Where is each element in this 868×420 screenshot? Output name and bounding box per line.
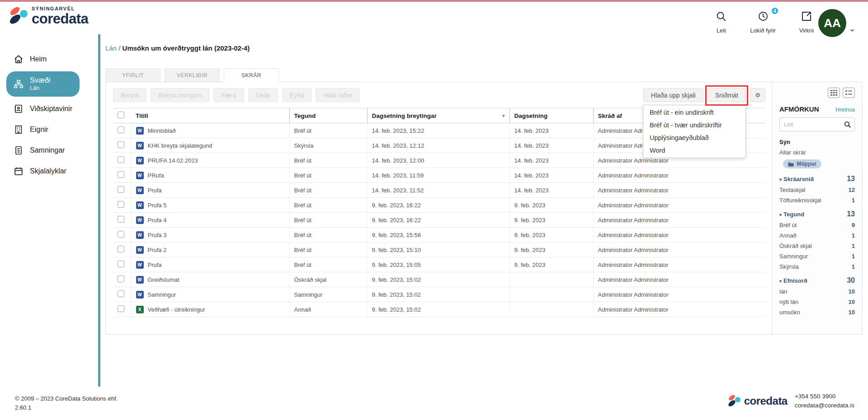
collapse-icon: ▾	[779, 212, 782, 217]
tab-yfirlit[interactable]: YFIRLIT	[105, 68, 160, 82]
sort-desc-icon[interactable]: ▾	[502, 113, 505, 119]
toolbar-button-deila[interactable]: Deila	[248, 88, 278, 102]
filter-item-bréf-út[interactable]: Bréf út9	[779, 222, 855, 229]
header-action-leit[interactable]: Leit	[716, 11, 726, 34]
filter-item-umsókn[interactable]: umsókn10	[779, 309, 855, 316]
folders-chip[interactable]: Möppur	[783, 159, 821, 168]
select-all-checkbox[interactable]	[118, 112, 124, 118]
list-view-icon[interactable]	[843, 88, 855, 98]
avatar[interactable]: AA	[818, 9, 846, 37]
menu-item[interactable]: Upplýsingaeyðublað	[643, 131, 745, 144]
app-window: SÝNINGARVÉL coredata Leit4Lokið fyrirVir…	[0, 0, 868, 420]
toolbar-button-breyta-mörgum[interactable]: Breyta mörgum	[151, 88, 209, 102]
table-row[interactable]: WPRufaBréf út14. feb. 2023, 11:5914. feb…	[113, 168, 765, 183]
file-date: 14. feb. 2023	[509, 123, 593, 138]
sidebar-item-eignir[interactable]: Eignir	[0, 119, 98, 140]
version-text: 2.60.1	[15, 403, 118, 412]
tab-skrár[interactable]: SKRÁR	[224, 68, 279, 82]
file-modified: 9. feb. 2023, 15:56	[367, 228, 509, 243]
menu-item[interactable]: Bréf út - tvær undirskriftir	[643, 119, 745, 131]
filter-item-textaskjal[interactable]: Textaskjal12	[779, 187, 855, 193]
file-type: Bréf út	[289, 257, 367, 272]
menu-item[interactable]: Bréf út - ein undirskrift	[643, 106, 745, 119]
column-header-date[interactable]: Dagsetning	[509, 108, 593, 123]
word-file-icon: W	[136, 216, 144, 224]
sidebar-item-heim[interactable]: Heim	[0, 49, 98, 70]
row-checkbox[interactable]	[118, 141, 124, 148]
header-action-virkni[interactable]: Virkni	[799, 11, 814, 34]
toolbar-button-færa[interactable]: Færa	[213, 88, 244, 102]
filter-item-annað[interactable]: Annað1	[779, 232, 855, 239]
row-checkbox[interactable]	[118, 171, 124, 178]
filter-section-tegund[interactable]: ▾Tegund13	[779, 210, 855, 218]
file-type: Bréf út	[289, 228, 367, 243]
files-area: BreytaBreyta mörgumFæraDeilaEyðaHala nið…	[106, 82, 772, 334]
sidebar-item-svæði[interactable]: SvæðiLán	[6, 71, 80, 97]
table-row[interactable]: WPrufa 3Bréf út9. feb. 2023, 15:569. feb…	[113, 228, 765, 243]
user-menu[interactable]: AA	[818, 9, 855, 37]
sidebar-item-skjalalyklar[interactable]: Skjalalyklar	[0, 161, 98, 182]
filter-section-skráarsnið[interactable]: ▾Skráarsnið13	[779, 175, 855, 183]
table-row[interactable]: WPrufa 5Bréf út9. feb. 2023, 16:229. feb…	[113, 198, 765, 213]
filter-item-lán[interactable]: lán10	[779, 288, 855, 295]
toolbar-button-eyða[interactable]: Eyða	[282, 88, 312, 102]
sidebar-divider	[98, 34, 100, 387]
column-header-type[interactable]: Tegund	[289, 108, 367, 123]
row-checkbox[interactable]	[118, 290, 124, 297]
grid-view-icon[interactable]	[828, 88, 840, 98]
sidebar-item-samningar[interactable]: Samningar	[0, 140, 98, 161]
table-row[interactable]: WGreiðslumatÓskráð skjal9. feb. 2023, 15…	[113, 272, 765, 287]
file-title: Prufa 4	[148, 217, 167, 224]
filter-item-skýrsla[interactable]: Skýrsla1	[779, 263, 855, 270]
toolbar-button-hala-niður[interactable]: Hala niður	[316, 88, 360, 102]
row-checkbox[interactable]	[118, 216, 124, 223]
breadcrumb-parent-link[interactable]: Lán	[105, 44, 117, 52]
file-modified: 14. feb. 2023, 15:22	[367, 123, 509, 138]
row-checkbox[interactable]	[118, 246, 124, 252]
file-title: Prufa	[148, 261, 162, 268]
app-logo[interactable]: SÝNINGARVÉL coredata	[9, 5, 88, 26]
table-row[interactable]: WPrufaBréf út14. feb. 2023, 11:5214. feb…	[113, 183, 765, 198]
filter-item-samningur[interactable]: Samningur1	[779, 253, 855, 260]
row-checkbox[interactable]	[118, 201, 124, 208]
row-checkbox[interactable]	[118, 305, 124, 312]
file-type: Óskráð skjal	[289, 272, 367, 287]
footer-brand: coredata +354 550 3900 coredata@coredata…	[728, 392, 854, 410]
clear-filters-link[interactable]: Hreinsa	[835, 107, 855, 113]
table-row[interactable]: WPrufaBréf út9. feb. 2023, 15:059. feb. …	[113, 257, 765, 272]
file-date: 14. feb. 2023	[509, 183, 593, 198]
column-header-modified[interactable]: Dagsetning breytingar▾	[367, 108, 509, 123]
tab-verkliðir[interactable]: VERKLIÐIR	[165, 68, 220, 82]
home-icon	[14, 54, 24, 64]
menu-item[interactable]: Word	[643, 144, 745, 157]
row-checkbox[interactable]	[118, 186, 124, 193]
table-row[interactable]: XVeðhæfi - útreikningurAnnað9. feb. 2023…	[113, 302, 765, 317]
table-row[interactable]: WSamningurSamningur9. feb. 2023, 15:02Ad…	[113, 287, 765, 302]
file-author: Administrator Administrator	[593, 302, 765, 317]
breadcrumb-separator: /	[117, 44, 123, 52]
file-date: 14. feb. 2023	[509, 138, 593, 153]
chevron-down-icon[interactable]	[849, 27, 855, 35]
toolbar-button-breyta[interactable]: Breyta	[113, 88, 146, 102]
file-modified: 9. feb. 2023, 15:10	[367, 243, 509, 257]
upload-document-button[interactable]: Hlaða upp skjali	[643, 88, 703, 102]
filter-item-töflureiknisskjal[interactable]: Töflureiknisskjal1	[779, 197, 855, 204]
filter-all-files[interactable]: Allar skrár	[779, 149, 855, 156]
row-checkbox[interactable]	[118, 261, 124, 267]
column-header-title[interactable]: Titill	[131, 108, 289, 123]
row-checkbox[interactable]	[118, 126, 124, 133]
table-row[interactable]: WPrufa 2Bréf út9. feb. 2023, 15:109. feb…	[113, 243, 765, 257]
filter-item-nýtt-lán[interactable]: nýtt lán10	[779, 299, 855, 305]
row-checkbox[interactable]	[118, 231, 124, 238]
sidebar-item-viðskiptavinir[interactable]: Viðskiptavinir	[0, 98, 98, 119]
row-checkbox[interactable]	[118, 156, 124, 163]
template-button[interactable]: Sniðmát	[708, 88, 746, 102]
clock-icon	[758, 11, 769, 23]
filter-section-efnisorð[interactable]: ▾Efnisorð30	[779, 276, 855, 285]
file-title: PRufa	[148, 172, 164, 179]
header-action-lokið-fyrir[interactable]: 4Lokið fyrir	[750, 11, 775, 34]
filter-item-óskráð-skjal[interactable]: Óskráð skjal1	[779, 243, 855, 249]
table-row[interactable]: WPrufa 4Bréf út9. feb. 2023, 16:229. feb…	[113, 213, 765, 228]
gear-icon[interactable]: ⚙	[750, 88, 765, 102]
row-checkbox[interactable]	[118, 275, 124, 282]
